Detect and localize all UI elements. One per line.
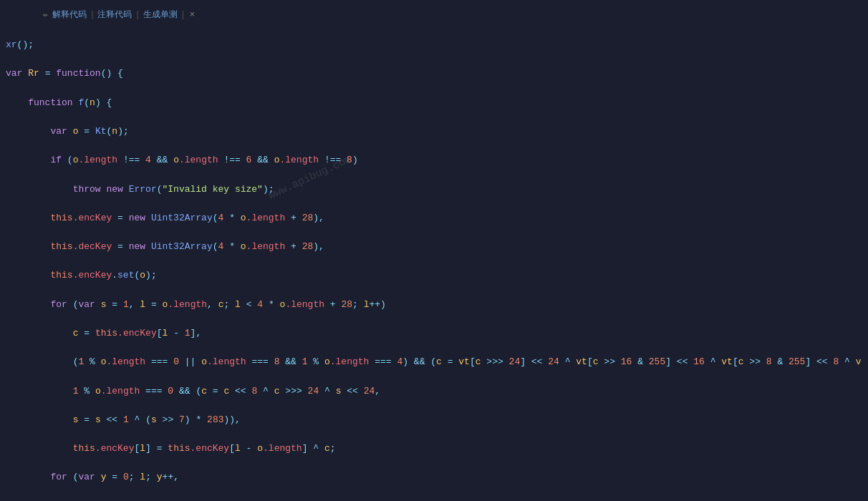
code-line-12: (1 % o.length === 0 || o.length === 8 &&… [6, 355, 862, 369]
code-line-1: xr(); [6, 38, 862, 52]
code-line-11: c = this.encKey[l - 1], [6, 326, 862, 341]
code-line-4: var o = Kt(n); [6, 125, 862, 139]
code-block: xr(); var Rr = function() { function f(n… [0, 24, 868, 501]
code-line-16: for (var y = 0; l; y++, [6, 470, 862, 485]
separator-3: | [180, 10, 185, 20]
code-line-10: for (var s = 1, l = o.length, c; l < 4 *… [6, 298, 862, 312]
code-line-9: this.encKey.set(o); [6, 268, 862, 283]
edit-icon: ✏ [43, 9, 48, 20]
comment-code-link[interactable]: 注释代码 [97, 9, 132, 21]
code-container: ✏ 解释代码 | 注释代码 | 生成单测 | × www.apibug.com … [0, 0, 868, 501]
generate-test-link[interactable]: 生成单测 [143, 9, 178, 21]
code-line-6: throw new Error("Invalid key size"); [6, 183, 862, 197]
code-line-3: function f(n) { [6, 96, 862, 110]
separator-1: | [90, 10, 95, 20]
code-line-2: var Rr = function() { [6, 67, 862, 81]
code-line-15: this.encKey[l] = this.encKey[l - o.lengt… [6, 442, 862, 456]
separator-2: | [135, 10, 140, 20]
code-line-8: this.decKey = new Uint32Array(4 * o.leng… [6, 240, 862, 254]
code-line-14: s = s << 1 ^ (s >> 7) * 283)), [6, 413, 862, 427]
code-line-7: this.encKey = new Uint32Array(4 * o.leng… [6, 211, 862, 225]
code-line-13: 1 % o.length === 0 && (c = c << 8 ^ c >>… [6, 384, 862, 399]
toolbar: ✏ 解释代码 | 注释代码 | 生成单测 | × [0, 6, 868, 24]
explain-code-link[interactable]: 解释代码 [52, 9, 87, 21]
close-button[interactable]: × [190, 10, 195, 20]
code-line-5: if (o.length !== 4 && o.length !== 6 && … [6, 153, 862, 167]
